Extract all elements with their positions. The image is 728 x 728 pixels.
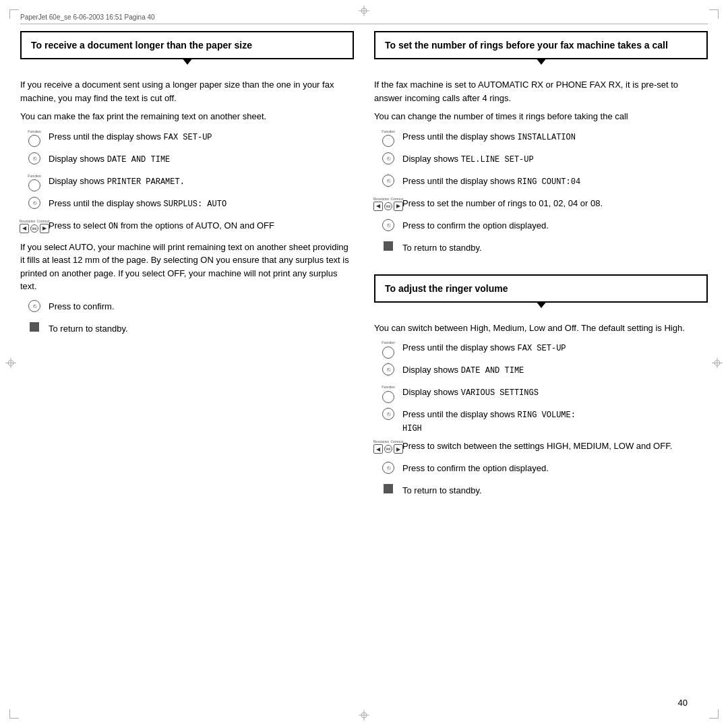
function-icon-rt1	[382, 135, 394, 147]
right-bottom-step-3-text: Display shows VARIOUS SETTINGS	[402, 384, 708, 399]
right-top-step-2: ⎋ Display shows TEL.LINE SET-UP	[374, 151, 708, 170]
left-step-4-mono: SURPLUS: AUTO	[164, 200, 227, 209]
right-top-step-5-icon: ⎋	[374, 218, 402, 231]
right-bottom-step-5-text: Press to switch between the settings HIG…	[402, 438, 708, 453]
left-step-4-icon: ⎋	[20, 195, 49, 209]
nav-group-rb: Resolution Contrast ◀ Vol ▶	[373, 439, 404, 454]
arrow-left[interactable]: ◀	[20, 224, 29, 233]
right-top-step-5-text: Press to confirm the option displayed.	[402, 218, 708, 233]
corner-br	[709, 709, 719, 719]
right-bottom-step-7: To return to standby.	[374, 483, 708, 502]
confirm-icon-rt2: ⎋	[382, 152, 394, 164]
arrow-right-rt[interactable]: ▶	[394, 202, 403, 211]
right-bottom-step-5: Resolution Contrast ◀ Vol ▶ Press to swi…	[374, 438, 708, 457]
page: PaperJet 60e_se 6-06-2003 16:51 Pagina 4…	[0, 0, 728, 728]
arrow-right[interactable]: ▶	[40, 224, 49, 233]
right-top-step-1-text: Press until the display shows INSTALLATI…	[402, 129, 708, 144]
left-step-1-text: Press until the display shows FAX SET-UP	[49, 129, 354, 144]
right-top-step-6-icon	[374, 240, 402, 251]
vol-circle-rb: Vol	[384, 445, 392, 453]
right-bottom-step-1: Function Press until the display shows F…	[374, 340, 708, 359]
left-step-3-mono: PRINTER PARAMET.	[107, 177, 185, 187]
vol-circle: Vol	[30, 224, 38, 233]
right-bottom-section-arrow	[536, 301, 547, 308]
corner-tl	[9, 9, 19, 19]
right-bottom-step-7-icon	[374, 483, 402, 493]
function-icon-rb3	[382, 391, 394, 403]
left-step-6-icon: ⎋	[20, 299, 49, 312]
right-bottom-section-box: To adjust the ringer volume	[374, 274, 708, 303]
right-top-section-box: To set the number of rings before your f…	[374, 31, 708, 59]
right-bottom-step-1-text: Press until the display shows FAX SET-UP	[402, 340, 708, 355]
arrow-left-rt[interactable]: ◀	[373, 202, 383, 211]
left-step-2-mono: DATE AND TIME	[107, 155, 171, 164]
right-bottom-step-1-icon: Function	[374, 340, 402, 359]
right-bottom-step-3: Function Display shows VARIOUS SETTINGS	[374, 384, 708, 403]
confirm-icon-rt5: ⎋	[382, 219, 394, 231]
left-step-1-icon: Function	[20, 129, 49, 148]
right-bottom-step-7-text: To return to standby.	[402, 483, 708, 497]
stop-icon-7	[30, 322, 39, 332]
left-step-3: Function Display shows PRINTER PARAMET.	[20, 173, 354, 192]
confirm-icon-rb6: ⎋	[382, 462, 394, 474]
page-number: 40	[678, 698, 688, 708]
left-step-4-text: Press until the display shows SURPLUS: A…	[49, 195, 354, 210]
right-top-step-4: Resolution Contrast ◀ Vol ▶ Press to set…	[374, 195, 708, 214]
stop-icon-rt6	[384, 241, 393, 251]
nav-group-left: Resolution Contrast ◀ Vol ▶	[20, 219, 50, 233]
left-step-7-icon	[20, 321, 49, 332]
confirm-icon-2: ⎋	[28, 152, 40, 164]
right-top-step-2-text: Display shows TEL.LINE SET-UP	[402, 151, 708, 166]
left-step-2: ⎋ Display shows DATE AND TIME	[20, 151, 354, 170]
left-step-6-text: Press to confirm.	[49, 299, 354, 313]
left-step-7: To return to standby.	[20, 321, 354, 340]
right-top-step-6: To return to standby.	[374, 240, 708, 259]
right-bottom-section-content: You can switch between High, Medium, Low…	[374, 315, 708, 506]
right-bottom-para1: You can switch between High, Medium, Low…	[374, 322, 708, 335]
right-top-section-content: If the fax machine is set to AUTOMATIC R…	[374, 71, 708, 262]
right-top-section-arrow	[536, 58, 547, 65]
left-column: To receive a document longer than the pa…	[20, 31, 354, 505]
function-icon-3	[28, 179, 40, 191]
right-top-step-5: ⎋ Press to confirm the option displayed.	[374, 218, 708, 237]
left-para2: You can make the fax print the remaining…	[20, 110, 354, 123]
nav-group-rt: Resolution Contrast ◀ Vol ▶	[373, 197, 404, 211]
left-section-arrow	[182, 58, 193, 65]
confirm-icon-rt3: ⎋	[382, 175, 394, 187]
right-bottom-step-6: ⎋ Press to confirm the option displayed.	[374, 460, 708, 479]
header-text: PaperJet 60e_se 6-06-2003 16:51 Pagina 4…	[20, 13, 155, 21]
left-step-4: ⎋ Press until the display shows SURPLUS:…	[20, 195, 354, 214]
right-bottom-step-4-icon: ⎋	[374, 406, 402, 420]
top-cross	[359, 5, 369, 18]
right-top-step-1: Function Press until the display shows I…	[374, 129, 708, 148]
left-section-box: To receive a document longer than the pa…	[20, 31, 354, 59]
arrow-right-rb[interactable]: ▶	[394, 444, 403, 454]
left-step-1: Function Press until the display shows F…	[20, 129, 354, 148]
confirm-icon-4: ⎋	[28, 197, 40, 209]
stop-icon-rb7	[384, 484, 393, 493]
right-bottom-step-6-icon: ⎋	[374, 460, 402, 474]
right-bottom-step-3-icon: Function	[374, 384, 402, 403]
right-top-step-3: ⎋ Press until the display shows RING COU…	[374, 173, 708, 192]
bottom-cross	[359, 710, 369, 723]
right-bottom-step-2-icon: ⎋	[374, 362, 402, 375]
left-step-1-mono: FAX SET-UP	[164, 133, 212, 142]
left-section-title: To receive a document longer than the pa…	[31, 39, 343, 51]
left-step-5-icon: Resolution Contrast ◀ Vol ▶	[20, 218, 49, 233]
left-para1: If you receive a document sent using a l…	[20, 78, 354, 104]
confirm-icon-rb4: ⎋	[382, 408, 394, 420]
left-step-5: Resolution Contrast ◀ Vol ▶ Press to sel…	[20, 218, 354, 237]
right-bottom-step-6-text: Press to confirm the option displayed.	[402, 460, 708, 475]
vol-circle-rt: Vol	[384, 202, 392, 210]
right-top-step-4-icon: Resolution Contrast ◀ Vol ▶	[374, 195, 402, 211]
arrow-left-rb[interactable]: ◀	[373, 444, 383, 454]
right-top-para1: If the fax machine is set to AUTOMATIC R…	[374, 78, 708, 104]
left-step-2-text: Display shows DATE AND TIME	[49, 151, 354, 166]
right-column: To set the number of rings before your f…	[374, 31, 708, 505]
corner-bl	[9, 709, 19, 719]
right-bottom-section-title: To adjust the ringer volume	[385, 282, 697, 295]
left-step-3-icon: Function	[20, 173, 49, 192]
right-top-section-title: To set the number of rings before your f…	[385, 39, 697, 51]
left-step-2-icon: ⎋	[20, 151, 49, 164]
left-section-content: If you receive a document sent using a l…	[20, 71, 354, 343]
